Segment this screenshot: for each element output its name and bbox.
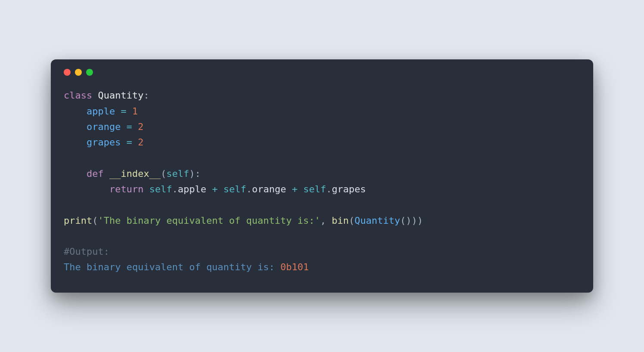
code-line-8: #Output:: [64, 246, 109, 257]
close-icon[interactable]: [64, 69, 71, 76]
type-quantity: Quantity: [355, 215, 400, 226]
minimize-icon[interactable]: [75, 69, 82, 76]
keyword-class: class: [64, 90, 92, 101]
property-grapes: grapes: [87, 137, 121, 148]
code-line-7: print('The binary equivalent of quantity…: [64, 215, 423, 226]
string-literal: 'The binary equivalent of quantity is:': [98, 215, 320, 226]
number-literal: 2: [138, 137, 143, 148]
number-literal: 2: [138, 121, 143, 132]
builtin-bin: bin: [332, 215, 349, 226]
number-literal: 1: [132, 106, 138, 117]
code-line-4: grapes = 2: [64, 137, 143, 148]
code-line-2: apple = 1: [64, 106, 138, 117]
keyword-def: def: [87, 168, 104, 179]
code-line-5: def __index__(self):: [64, 168, 201, 179]
output-value: 0b101: [280, 262, 309, 272]
builtin-print: print: [64, 215, 92, 226]
code-window: class Quantity: apple = 1 orange = 2 gra…: [51, 59, 593, 293]
output-text: The binary equivalent of quantity is:: [64, 262, 280, 272]
code-content: class Quantity: apple = 1 orange = 2 gra…: [51, 83, 593, 275]
window-controls: [51, 59, 593, 83]
property-orange: orange: [87, 121, 121, 132]
method-name: __index__: [109, 168, 161, 179]
keyword-return: return: [109, 184, 143, 195]
maximize-icon[interactable]: [86, 69, 93, 76]
comment-output: #Output:: [64, 246, 109, 257]
code-line-1: class Quantity:: [64, 90, 149, 101]
property-apple: apple: [87, 106, 115, 117]
code-line-6: return self.apple + self.orange + self.g…: [64, 184, 366, 195]
code-line-3: orange = 2: [64, 121, 143, 132]
code-line-9: The binary equivalent of quantity is: 0b…: [64, 262, 309, 272]
parameter-self: self: [166, 168, 189, 179]
class-name: Quantity: [98, 90, 143, 101]
